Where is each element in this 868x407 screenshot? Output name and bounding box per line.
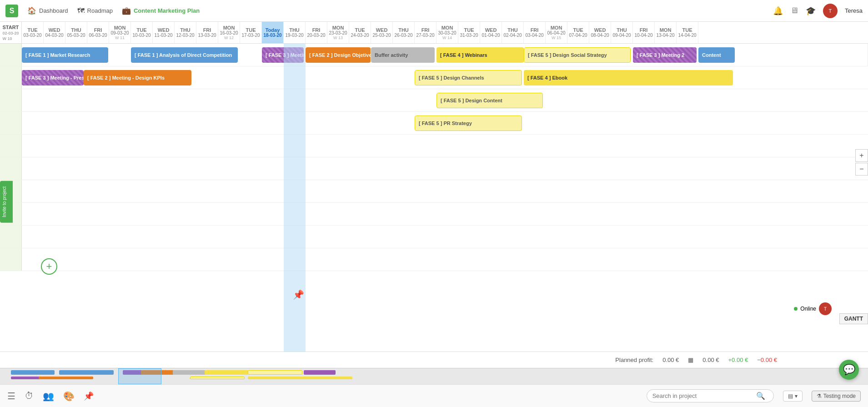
nav-content-label: Content Marketing Plan xyxy=(134,7,200,14)
search-icon: 🔍 xyxy=(756,392,765,400)
monitor-icon[interactable]: 🖥 xyxy=(790,6,798,15)
mini-bar2-3 xyxy=(190,377,245,379)
col-tue-2403: TUE24-03-20 xyxy=(349,22,371,43)
col-fri-0603: FRI06-03-20 xyxy=(87,22,109,43)
nav-roadmap[interactable]: 🗺 Roadmap xyxy=(77,7,113,15)
gantt-container[interactable]: START02-03-20W 10 TUE03-03-20 WED04-03-2… xyxy=(0,22,868,352)
col-wed-1103: WED11-03-20 xyxy=(153,22,175,43)
top-nav: S 🏠 Dashboard 🗺 Roadmap 💼 Content Market… xyxy=(0,0,868,22)
online-indicator: Online T xyxy=(794,302,832,315)
search-area[interactable]: 🔍 xyxy=(647,389,774,402)
plus-value: +0.00 € xyxy=(728,357,748,363)
pin-icon: 📌 xyxy=(293,289,304,300)
col-thu-0204: THU02-04-20 xyxy=(502,22,524,43)
col-today-1803: Today18-03-20 xyxy=(262,22,284,43)
col-fri-0304: FRI03-04-20 xyxy=(524,22,546,43)
col-tue-1404: TUE14-04-20 xyxy=(677,22,698,43)
col-wed-2503: WED25-03-20 xyxy=(371,22,393,43)
graduation-icon[interactable]: 🎓 xyxy=(806,6,816,16)
testing-mode-button[interactable]: ⚗ Testing mode xyxy=(812,391,861,402)
col-tue-0303: TUE03-03-20 xyxy=(22,22,44,43)
mini-bar2-1 xyxy=(11,377,43,379)
col-thu-0503: THU05-03-20 xyxy=(65,22,87,43)
mini-bar-7 xyxy=(248,370,302,375)
nav-roadmap-label: Roadmap xyxy=(87,7,113,14)
col-mon-0604: MON06-04-20W 15 xyxy=(546,22,567,43)
mini-bar-1 xyxy=(11,370,55,375)
mini-bar-5 xyxy=(173,370,206,375)
grid-value: 0.00 € xyxy=(702,357,719,363)
briefcase-icon: 💼 xyxy=(122,6,131,15)
main-area: START02-03-20W 10 TUE03-03-20 WED04-03-2… xyxy=(0,22,868,384)
search-input[interactable] xyxy=(652,392,753,399)
mini-bar-2 xyxy=(59,370,114,375)
gantt-row-2 xyxy=(0,89,868,112)
col-fri-1004: FRI10-04-20 xyxy=(633,22,655,43)
report-button[interactable]: ▤ ▾ xyxy=(783,391,803,402)
col-thu-2603: THU26-03-20 xyxy=(393,22,415,43)
gantt-row-0 xyxy=(0,44,868,66)
col-thu-0904: THU09-04-20 xyxy=(611,22,633,43)
nav-dashboard-label: Dashboard xyxy=(39,7,68,14)
chat-button[interactable]: 💬 xyxy=(839,360,859,380)
timeline-minimap[interactable] xyxy=(0,368,868,384)
minimap-viewport[interactable] xyxy=(118,368,161,384)
grid-icon: ▦ xyxy=(688,357,693,363)
col-tue-1003: TUE10-03-20 xyxy=(131,22,153,43)
gantt-row-6 xyxy=(0,180,868,203)
col-mon-2303: MON23-03-20W 13 xyxy=(327,22,349,43)
planned-profit-value: 0.00 € xyxy=(662,357,679,363)
report-icon: ▤ xyxy=(788,393,793,399)
col-tue-1703: TUE17-03-20 xyxy=(240,22,262,43)
roadmap-icon: 🗺 xyxy=(77,7,85,15)
palette-icon[interactable]: 🎨 xyxy=(63,391,75,402)
time-icon[interactable]: ⏱ xyxy=(25,391,34,401)
nav-right-area: 🔔 🖥 🎓 T Teresa xyxy=(773,4,863,18)
nav-dashboard[interactable]: 🏠 Dashboard xyxy=(27,6,68,15)
bell-icon[interactable]: 🔔 xyxy=(773,6,783,16)
online-label: Online xyxy=(800,306,816,312)
gantt-row-8 xyxy=(0,226,868,248)
col-tue-0704: TUE07-04-20 xyxy=(567,22,589,43)
gantt-view-button[interactable]: GANTT xyxy=(839,313,868,324)
col-mon-1603: MON16-03-20W 12 xyxy=(218,22,240,43)
zoom-out-button[interactable]: − xyxy=(855,163,868,176)
pin-toolbar-icon[interactable]: 📌 xyxy=(84,391,94,401)
col-fri-2703: FRI27-03-20 xyxy=(415,22,437,43)
profit-bar: Planned profit: 0.00 € ▦ 0.00 € +0.00 € … xyxy=(0,352,868,368)
col-thu-1203: THU12-03-20 xyxy=(175,22,196,43)
col-mon-3003: MON30-03-20W 14 xyxy=(437,22,458,43)
col-tue-3103: TUE31-03-20 xyxy=(458,22,480,43)
gantt-row-1 xyxy=(0,66,868,89)
mini-bar-6 xyxy=(205,370,248,375)
col-wed-0403: WED04-03-20 xyxy=(44,22,65,43)
avatar[interactable]: T xyxy=(823,4,838,18)
dashboard-icon: 🏠 xyxy=(27,6,36,15)
minus-value: −0.00 € xyxy=(757,357,777,363)
add-button[interactable]: + xyxy=(41,258,57,275)
mini-bar2-4 xyxy=(248,377,352,379)
gantt-header: START02-03-20W 10 TUE03-03-20 WED04-03-2… xyxy=(0,22,868,44)
gantt-row-5 xyxy=(0,157,868,180)
col-wed-0104: WED01-04-20 xyxy=(480,22,502,43)
mini-bar2-2 xyxy=(39,377,93,379)
bottom-toolbar: ☰ ⏱ 👥 🎨 📌 🔍 ▤ ▾ ⚗ Testing mode xyxy=(0,384,868,407)
col-mon-1304: MON13-04-20 xyxy=(655,22,677,43)
gantt-row-3 xyxy=(0,112,868,135)
zoom-in-button[interactable]: + xyxy=(855,149,868,162)
col-fri-1303: FRI13-03-20 xyxy=(196,22,218,43)
col-fri-2003: FRI20-03-20 xyxy=(306,22,327,43)
invite-panel[interactable]: Invite to project xyxy=(0,181,13,223)
app-logo[interactable]: S xyxy=(5,5,18,17)
team-icon[interactable]: 👥 xyxy=(43,391,54,402)
gantt-body[interactable]: [ FASE 1 ] Market Research [ FASE 1 ] An… xyxy=(0,44,868,352)
mini-bar-8 xyxy=(304,370,336,375)
chat-icon: 💬 xyxy=(843,364,855,376)
online-avatar: T xyxy=(819,302,832,315)
list-view-icon[interactable]: ☰ xyxy=(7,391,15,402)
online-dot xyxy=(794,307,798,311)
nav-content-plan[interactable]: 💼 Content Marketing Plan xyxy=(122,6,200,15)
flask-icon: ⚗ xyxy=(817,393,822,399)
gantt-row-4 xyxy=(0,135,868,157)
col-mon-0903: MON09-03-20W 11 xyxy=(109,22,131,43)
